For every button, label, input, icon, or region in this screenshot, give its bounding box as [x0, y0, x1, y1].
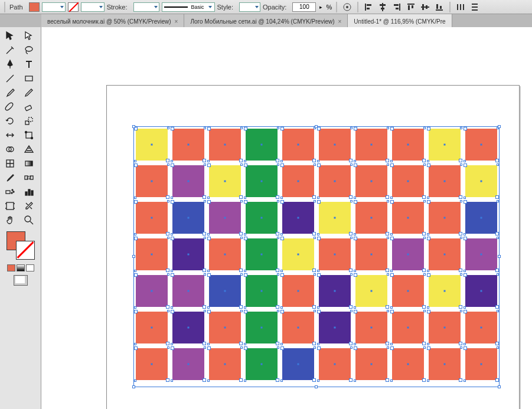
screen-mode-icon[interactable] [14, 275, 28, 286]
none-mode-icon[interactable] [26, 264, 34, 271]
square-shape[interactable] [319, 348, 351, 380]
brush-dropdown[interactable]: Basic [162, 2, 215, 12]
selection-tool-icon[interactable] [2, 30, 18, 42]
paintbrush-tool-icon[interactable] [2, 86, 18, 99]
square-shape[interactable] [319, 275, 351, 307]
square-shape[interactable] [282, 165, 314, 197]
square-shape[interactable] [465, 129, 497, 161]
square-shape[interactable] [282, 312, 314, 343]
perspective-grid-tool-icon[interactable] [21, 143, 37, 156]
blob-brush-tool-icon[interactable] [2, 100, 18, 113]
magic-wand-tool-icon[interactable] [2, 44, 18, 57]
square-shape[interactable] [319, 238, 351, 270]
gradient-mode-icon[interactable] [17, 264, 25, 271]
stroke-swatch[interactable] [68, 2, 79, 12]
width-tool-icon[interactable] [2, 129, 18, 142]
square-shape[interactable] [392, 202, 424, 234]
symbol-sprayer-tool-icon[interactable] [2, 185, 18, 198]
close-icon[interactable]: × [338, 18, 342, 25]
canvas[interactable] [41, 27, 532, 409]
selected-squares-grid[interactable] [136, 129, 497, 385]
align-left-icon[interactable] [363, 2, 374, 12]
square-shape[interactable] [172, 312, 204, 343]
square-shape[interactable] [209, 202, 241, 234]
mesh-tool-icon[interactable] [2, 157, 18, 170]
square-shape[interactable] [246, 275, 278, 307]
square-shape[interactable] [355, 275, 387, 307]
square-shape[interactable] [355, 238, 387, 270]
direct-selection-tool-icon[interactable] [21, 30, 37, 42]
square-shape[interactable] [172, 348, 204, 380]
square-shape[interactable] [209, 348, 241, 380]
square-shape[interactable] [136, 238, 168, 270]
square-shape[interactable] [172, 165, 204, 197]
type-tool-icon[interactable] [21, 58, 37, 71]
align-vcenter-icon[interactable] [419, 2, 431, 12]
blend-tool-icon[interactable] [21, 171, 37, 184]
align-bottom-icon[interactable] [433, 2, 445, 12]
square-shape[interactable] [209, 275, 241, 307]
square-shape[interactable] [465, 348, 497, 380]
shape-builder-tool-icon[interactable] [2, 143, 18, 156]
column-graph-tool-icon[interactable] [21, 185, 37, 198]
stroke-weight-dropdown[interactable] [133, 2, 159, 12]
square-shape[interactable] [136, 129, 168, 161]
square-shape[interactable] [136, 165, 168, 197]
eyedropper-tool-icon[interactable] [2, 171, 18, 184]
square-shape[interactable] [282, 202, 314, 234]
recolor-icon[interactable] [341, 2, 353, 12]
document-tab[interactable]: Untitled-1* @ 116,95% (CMYK/Pre [348, 14, 452, 27]
square-shape[interactable] [136, 202, 168, 234]
square-shape[interactable] [465, 275, 497, 307]
square-shape[interactable] [209, 165, 241, 197]
square-shape[interactable] [209, 312, 241, 343]
square-shape[interactable] [319, 165, 351, 197]
square-shape[interactable] [319, 129, 351, 161]
square-shape[interactable] [392, 165, 424, 197]
fill-dropdown[interactable] [42, 2, 66, 12]
square-shape[interactable] [429, 165, 461, 197]
style-dropdown[interactable] [239, 2, 260, 12]
square-shape[interactable] [465, 238, 497, 270]
square-shape[interactable] [429, 348, 461, 380]
close-icon[interactable]: × [175, 18, 178, 25]
align-hcenter-icon[interactable] [377, 2, 389, 12]
square-shape[interactable] [355, 202, 387, 234]
square-shape[interactable] [246, 312, 278, 343]
square-shape[interactable] [392, 238, 424, 270]
square-shape[interactable] [429, 238, 461, 270]
opacity-input[interactable]: 100 [292, 2, 316, 12]
square-shape[interactable] [429, 202, 461, 234]
align-right-icon[interactable] [391, 2, 403, 12]
square-shape[interactable] [209, 238, 241, 270]
square-shape[interactable] [429, 275, 461, 307]
square-shape[interactable] [392, 275, 424, 307]
square-shape[interactable] [172, 202, 204, 234]
stroke-color-icon[interactable] [16, 241, 35, 260]
document-tab[interactable]: Лого Мобильные сети.ai @ 104,24% (CMYK/P… [184, 14, 348, 27]
fill-swatch[interactable] [29, 2, 40, 12]
gradient-tool-icon[interactable] [21, 157, 37, 170]
square-shape[interactable] [465, 312, 497, 343]
stroke-dropdown[interactable] [81, 2, 105, 12]
pencil-tool-icon[interactable] [21, 86, 37, 99]
document-tab[interactable]: веселый молочник.ai @ 50% (CMYK/Preview)… [41, 14, 184, 27]
square-shape[interactable] [246, 165, 278, 197]
square-shape[interactable] [246, 129, 278, 161]
align-top-icon[interactable] [405, 2, 417, 12]
square-shape[interactable] [246, 348, 278, 380]
rotate-tool-icon[interactable] [2, 114, 18, 127]
scale-tool-icon[interactable] [21, 114, 37, 127]
zoom-tool-icon[interactable] [21, 214, 37, 227]
square-shape[interactable] [465, 165, 497, 197]
square-shape[interactable] [136, 312, 168, 343]
square-shape[interactable] [392, 348, 424, 380]
square-shape[interactable] [319, 202, 351, 234]
square-shape[interactable] [429, 129, 461, 161]
square-shape[interactable] [282, 275, 314, 307]
square-shape[interactable] [282, 129, 314, 161]
fill-stroke-swap[interactable] [4, 231, 37, 260]
artboard-tool-icon[interactable] [2, 199, 18, 212]
rectangle-tool-icon[interactable] [21, 72, 37, 85]
square-shape[interactable] [282, 238, 314, 270]
